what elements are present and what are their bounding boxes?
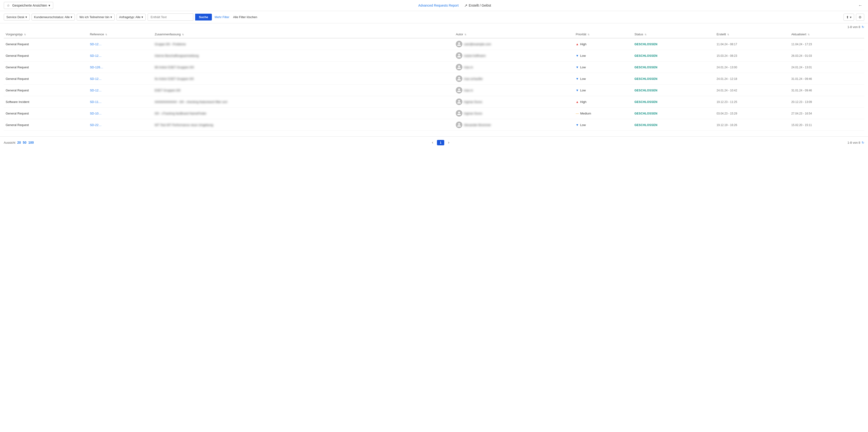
refresh-icon[interactable]: ↻ <box>862 25 864 29</box>
reference-link[interactable]: SD-12… <box>90 42 102 46</box>
reference-link[interactable]: SD-12… <box>90 77 102 81</box>
col-status[interactable]: Status ⇅ <box>632 31 715 38</box>
cell-status: GESCHLOSSEN <box>632 38 715 50</box>
erstellt-date: 15.03.24 - 08:23 <box>717 54 737 57</box>
cell-reference: SD-12… <box>88 73 153 85</box>
cell-reference: SD-12… <box>88 38 153 50</box>
cell-vorgangstyp: General Request <box>4 61 88 73</box>
author-name: nutzer.hoffmann <box>464 54 486 57</box>
priority-low-icon <box>576 54 579 57</box>
back-button[interactable]: ← <box>856 2 864 9</box>
cell-erstellt: 24.01.24 - 13:00 <box>715 61 789 73</box>
cell-vorgangstyp: General Request <box>4 108 88 119</box>
reference-link[interactable]: SD-12… <box>90 89 102 92</box>
request-type-dropdown[interactable]: Anfragetyp: Alle ▾ <box>117 14 146 21</box>
cell-vorgangstyp: Software Incident <box>4 96 88 108</box>
aktualisiert-date: 26.03.24 - 01:03 <box>791 54 812 57</box>
aktualisiert-date: 27.04.23 - 16:54 <box>791 112 812 115</box>
pagination-count: 1-8 von 8 <box>847 25 860 29</box>
created-solved-link[interactable]: Erstellt / Gelöst <box>464 3 491 8</box>
status-badge: GESCHLOSSEN <box>634 112 657 115</box>
aktualisiert-date: 24.01.24 - 13:01 <box>791 66 812 69</box>
sort-icon: ⇅ <box>182 33 184 36</box>
refresh-icon[interactable]: ↻ <box>862 141 864 144</box>
priority-label: High <box>580 100 586 104</box>
export-button[interactable]: ⬆ ▾ <box>843 14 854 21</box>
cell-autor: nutzer.hoffmann <box>454 50 574 61</box>
prev-page-button[interactable]: ‹ <box>430 139 435 146</box>
cell-autor: Ingmar Duroc <box>454 108 574 119</box>
col-erstellt[interactable]: Erstellt ⇅ <box>715 31 789 38</box>
col-vorgangstyp[interactable]: Vorgangstyp ⇅ <box>4 31 88 38</box>
reference-link[interactable]: SD-12… <box>90 54 102 57</box>
service-desk-dropdown[interactable]: Service Desk ▾ <box>4 14 30 21</box>
search-button[interactable]: Suche <box>195 14 212 21</box>
table-container: Vorgangstyp ⇅ Reference ⇅ Zusammenfassun… <box>0 31 868 131</box>
col-zusammenfassung[interactable]: Zusammenfassung ⇅ <box>153 31 454 38</box>
participant-dropdown[interactable]: Wo ich Teilnehmer bin ▾ <box>77 14 115 21</box>
col-prioritaet[interactable]: Priorität ⇅ <box>574 31 632 38</box>
toolbar-right: ⬆ ▾ ⚙ <box>843 14 864 21</box>
saved-views-button[interactable]: Gespeicherte Ansichten ▾ <box>4 2 53 9</box>
cell-vorgangstyp: General Request <box>4 119 88 131</box>
filter-bar: Service Desk ▾ Kundenwunschstatus: Alle … <box>0 11 868 23</box>
reference-link[interactable]: SD-11… <box>90 100 102 104</box>
avatar <box>456 121 462 128</box>
avatar <box>456 52 462 59</box>
cell-zusammenfassung: Interne Beschaffungsanmeldung <box>153 50 454 61</box>
cell-zusammenfassung: 0/0 - vTracking factBoard NameFinder <box>153 108 454 119</box>
reference-link[interactable]: SD-22… <box>90 123 102 127</box>
cell-zusammenfassung: ############# - 0/0 - checking featurewo… <box>153 96 454 108</box>
author-name: max.schaufler <box>464 77 483 81</box>
erstellt-date: 19.12.23 - 11:25 <box>717 100 737 104</box>
author-name: Ingmar Duroc <box>464 112 483 115</box>
cell-prioritaet: High <box>574 38 632 50</box>
view-20-link[interactable]: 20 <box>17 141 21 144</box>
cell-prioritaet: Low <box>574 85 632 96</box>
clear-filter-button[interactable]: Alle Filter löschen <box>232 15 258 19</box>
cell-aktualisiert: 11.04.24 - 17:23 <box>789 38 864 50</box>
cell-prioritaet: High <box>574 96 632 108</box>
cell-prioritaet: Medium <box>574 108 632 119</box>
cell-aktualisiert: 27.04.23 - 16:54 <box>789 108 864 119</box>
cell-autor: user@example.com <box>454 38 574 50</box>
cell-aktualisiert: 31.01.24 - 09:46 <box>789 73 864 85</box>
col-reference[interactable]: Reference ⇅ <box>88 31 153 38</box>
table-row: General RequestSD-12…ESET Gruppen 0/0max… <box>4 85 864 96</box>
reference-link[interactable]: SD-10… <box>90 112 102 115</box>
aktualisiert-date: 31.01.24 - 09:46 <box>791 89 812 92</box>
customer-status-dropdown[interactable]: Kundenwunschstatus: Alle ▾ <box>32 14 75 21</box>
cell-prioritaet: Low <box>574 73 632 85</box>
cell-status: GESCHLOSSEN <box>632 108 715 119</box>
author-name: max.m <box>464 89 473 92</box>
aktualisiert-date: 20.12.23 - 13:09 <box>791 100 812 104</box>
cell-erstellt: 19.12.23 - 11:25 <box>715 96 789 108</box>
cell-erstellt: 11.04.24 - 08:17 <box>715 38 789 50</box>
aktualisiert-date: 11.04.24 - 17:23 <box>791 42 812 46</box>
cell-vorgangstyp: General Request <box>4 50 88 61</box>
settings-button[interactable]: ⚙ <box>856 14 864 21</box>
top-bar-left: Gespeicherte Ansichten ▾ <box>4 2 53 9</box>
sort-icon: ⇅ <box>727 33 729 36</box>
search-input[interactable] <box>148 13 193 21</box>
advanced-report-link[interactable]: Advanced Requests Report <box>418 3 459 7</box>
cell-reference: SD-126… <box>88 61 153 73</box>
table-row: General RequestSD-12…Interne Beschaffung… <box>4 50 864 61</box>
top-bar-center: Advanced Requests Report Erstellt / Gelö… <box>418 3 491 8</box>
erstellt-date: 03.04.23 - 15:29 <box>717 112 737 115</box>
cell-autor: max.schaufler <box>454 73 574 85</box>
next-page-button[interactable]: › <box>446 139 451 146</box>
status-badge: GESCHLOSSEN <box>634 54 657 57</box>
col-aktualisiert[interactable]: Aktualisiert ⇅ <box>789 31 864 38</box>
reference-link[interactable]: SD-126… <box>90 65 103 69</box>
view-100-link[interactable]: 100 <box>28 141 34 144</box>
summary-text: 9x Antivir ESET Gruppen 0/0 <box>155 77 194 81</box>
top-bar: Gespeicherte Ansichten ▾ Advanced Reques… <box>0 0 868 11</box>
cell-status: GESCHLOSSEN <box>632 85 715 96</box>
col-autor[interactable]: Autor ⇅ <box>454 31 574 38</box>
priority-label: Low <box>580 89 586 92</box>
cell-aktualisiert: 26.03.24 - 01:03 <box>789 50 864 61</box>
more-filter-button[interactable]: Mehr Filter <box>214 15 230 19</box>
view-50-link[interactable]: 50 <box>23 141 27 144</box>
cell-prioritaet: Low <box>574 61 632 73</box>
